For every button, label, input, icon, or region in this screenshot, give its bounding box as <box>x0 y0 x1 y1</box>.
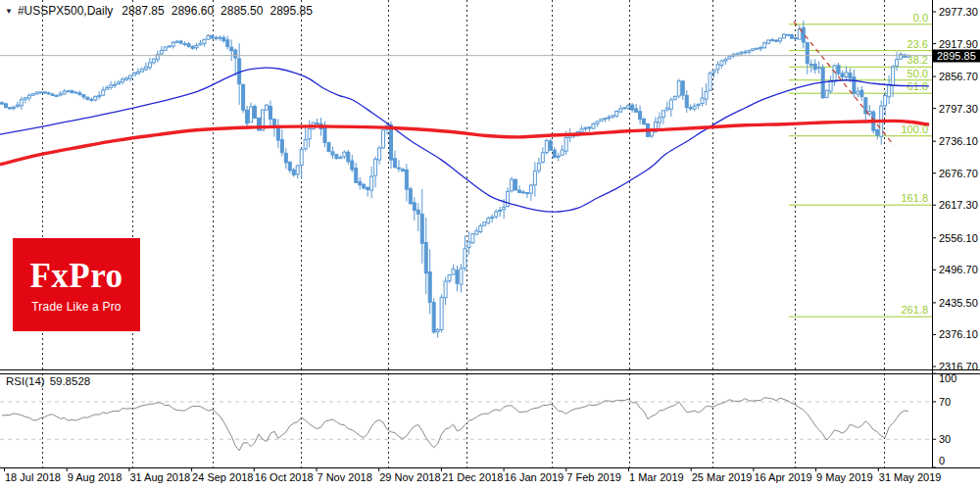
candle-up <box>471 234 474 243</box>
mt4-chart-window: 0.023.638.250.061.8100.0161.8261.82977.3… <box>0 0 980 490</box>
candle-up <box>833 66 836 81</box>
fxpro-logo-wordmark: FxPro <box>13 259 140 293</box>
price-chart[interactable]: 0.023.638.250.061.8100.0161.8261.82977.3… <box>0 0 980 490</box>
candle-up <box>207 35 210 39</box>
candle-up <box>673 96 676 99</box>
candle-up <box>102 90 105 95</box>
candle-up <box>892 67 895 85</box>
candle-up <box>829 81 832 91</box>
candle-down <box>39 92 42 93</box>
candle-up <box>521 192 524 193</box>
candle-up <box>164 47 167 50</box>
fxpro-logo: FxPro Trade Like a Pro <box>13 238 140 331</box>
candle-down <box>809 65 812 66</box>
candle-down <box>359 181 362 184</box>
candle-up <box>596 122 599 123</box>
candle-down <box>413 203 416 211</box>
candle-down <box>837 66 840 74</box>
candle-up <box>199 43 202 45</box>
candle-up <box>110 85 113 87</box>
candle-up <box>94 96 97 100</box>
candle-down <box>549 141 552 150</box>
candle-up <box>440 297 443 329</box>
candle-down <box>86 97 89 99</box>
candle-up <box>304 140 307 149</box>
candle-down <box>841 74 844 77</box>
candle-down <box>316 123 318 124</box>
candle-up <box>296 166 299 174</box>
candle-up <box>662 111 664 118</box>
candle-up <box>857 91 859 94</box>
price-tick-label: 2617.30 <box>939 199 978 211</box>
date-tick-label: 7 Feb 2019 <box>566 471 621 483</box>
candle-up <box>118 82 121 84</box>
candle-up <box>175 41 178 42</box>
date-tick-label: 9 Aug 2018 <box>68 471 122 483</box>
price-tick-label: 2917.90 <box>939 38 978 50</box>
candle-up <box>436 329 439 331</box>
candle-down <box>771 40 774 41</box>
candle-down <box>405 170 408 189</box>
candle-up <box>817 68 820 69</box>
candle-up <box>623 108 626 109</box>
candle-up <box>503 207 506 209</box>
candle-up <box>20 100 23 106</box>
candle-up <box>744 52 747 53</box>
candle-down <box>230 47 233 51</box>
rsi-tick-label: 70 <box>939 396 951 408</box>
candle-up <box>756 48 759 49</box>
candle-down <box>187 44 190 47</box>
candle-up <box>767 40 770 43</box>
candle-down <box>390 125 393 161</box>
candle-down <box>363 184 366 188</box>
date-tick-label: 21 Dec 2018 <box>442 471 503 483</box>
candle-up <box>752 49 755 51</box>
candle-up <box>24 98 26 100</box>
candle-up <box>845 73 848 77</box>
candle-up <box>580 129 583 132</box>
candle-down <box>428 272 431 303</box>
candle-down <box>191 46 194 48</box>
candle-up <box>884 95 887 105</box>
symbol-dropdown-arrow-icon[interactable]: ▼ <box>5 7 13 16</box>
candle-down <box>813 64 816 69</box>
candle-up <box>31 94 34 96</box>
rsi-indicator-caption: RSI(14)59.8528 <box>6 375 90 387</box>
candle-up <box>382 130 385 148</box>
candle-down <box>456 270 459 283</box>
candle-up <box>67 91 70 92</box>
candle-up <box>144 67 147 70</box>
candle-up <box>483 222 486 225</box>
candle-up <box>460 269 463 284</box>
fibonacci-level-label: 50.0 <box>907 68 928 79</box>
candle-up <box>374 159 377 175</box>
candle-up <box>728 57 731 59</box>
candle-up <box>343 152 346 157</box>
candle-down <box>853 77 856 94</box>
fibonacci-level-label: 23.6 <box>907 38 928 50</box>
candle-up <box>464 249 466 269</box>
candle-up <box>140 70 143 73</box>
candle-down <box>553 150 556 158</box>
candle-up <box>779 38 782 41</box>
candle-up <box>608 118 611 119</box>
candle-up <box>467 242 470 248</box>
candle-up <box>168 46 171 47</box>
rsi-indicator-value: 59.8528 <box>50 375 91 387</box>
candle-up <box>716 65 719 70</box>
candle-down <box>401 170 404 172</box>
candle-up <box>665 108 668 110</box>
current-price-tag: 2895.85 <box>932 50 980 63</box>
candle-down <box>323 128 326 143</box>
candle-up <box>705 91 708 99</box>
candle-up <box>160 51 163 54</box>
candle-up <box>545 141 548 153</box>
candle-down <box>327 143 330 152</box>
ma-fast-line <box>0 68 929 212</box>
candle-up <box>896 60 899 67</box>
candle-up <box>495 212 498 217</box>
candle-down <box>74 92 77 93</box>
candle-down <box>211 35 214 38</box>
candle-down <box>631 105 634 110</box>
quote-open: 2887.85 <box>122 4 164 18</box>
